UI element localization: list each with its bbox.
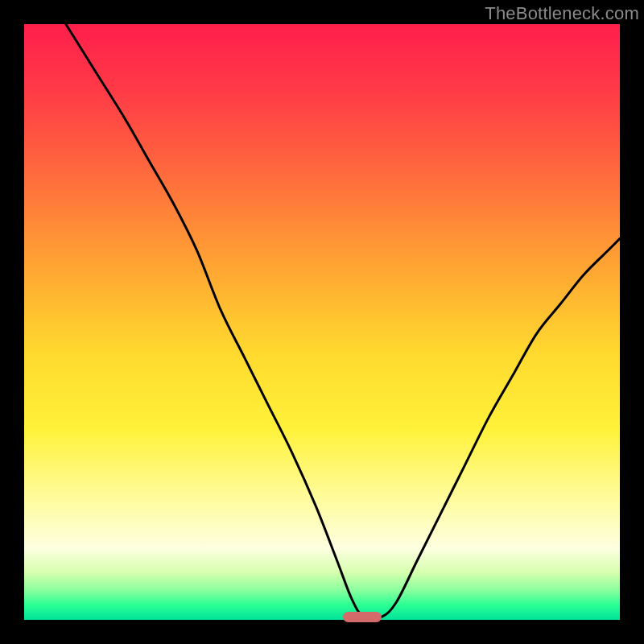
- bottleneck-curve: [24, 24, 620, 620]
- chart-frame: TheBottleneck.com: [0, 0, 644, 644]
- plot-area: [24, 24, 620, 620]
- watermark-text: TheBottleneck.com: [485, 3, 639, 24]
- minimum-marker: [343, 612, 382, 622]
